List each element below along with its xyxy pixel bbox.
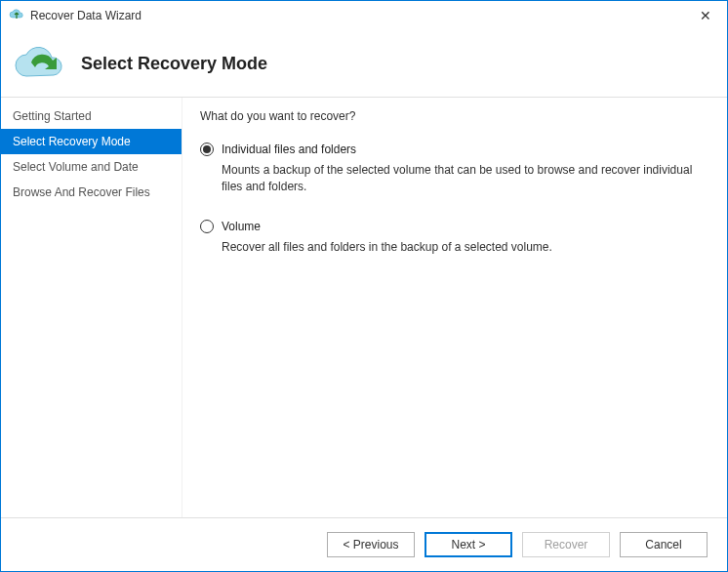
sidebar-item-select-recovery-mode[interactable]: Select Recovery Mode: [1, 129, 182, 154]
sidebar: Getting Started Select Recovery Mode Sel…: [1, 98, 182, 517]
app-icon: [9, 8, 24, 23]
button-label: < Previous: [343, 538, 398, 552]
option-label: Volume: [222, 220, 261, 233]
radio-unselected-icon[interactable]: [200, 220, 214, 233]
footer: < Previous Next > Recover Cancel: [1, 517, 727, 571]
sidebar-item-label: Select Volume and Date: [13, 160, 139, 174]
sidebar-item-label: Select Recovery Mode: [13, 135, 131, 148]
next-button[interactable]: Next >: [425, 532, 512, 557]
sidebar-item-select-volume-date[interactable]: Select Volume and Date: [1, 154, 182, 180]
button-label: Next >: [451, 538, 485, 552]
option-row[interactable]: Volume: [200, 220, 708, 233]
button-label: Recover: [545, 538, 588, 552]
close-button[interactable]: ✕: [683, 1, 727, 30]
sidebar-item-browse-recover-files[interactable]: Browse And Recover Files: [1, 180, 182, 205]
header: Select Recovery Mode: [1, 30, 727, 98]
option-description: Recover all files and folders in the bac…: [222, 239, 708, 256]
window-title: Recover Data Wizard: [30, 9, 142, 22]
previous-button[interactable]: < Previous: [327, 532, 415, 557]
page-title: Select Recovery Mode: [81, 54, 267, 74]
button-label: Cancel: [645, 538, 681, 552]
body: Getting Started Select Recovery Mode Sel…: [1, 98, 727, 517]
content: What do you want to recover? Individual …: [182, 98, 727, 517]
close-icon: ✕: [700, 8, 711, 23]
content-question: What do you want to recover?: [200, 109, 708, 123]
option-description: Mounts a backup of the selected volume t…: [222, 162, 708, 196]
sidebar-item-getting-started[interactable]: Getting Started: [1, 103, 182, 129]
cancel-button[interactable]: Cancel: [620, 532, 708, 557]
cloud-recovery-icon: [11, 42, 69, 85]
option-individual-files: Individual files and folders Mounts a ba…: [200, 143, 708, 196]
option-volume: Volume Recover all files and folders in …: [200, 220, 708, 256]
sidebar-item-label: Browse And Recover Files: [13, 185, 150, 199]
option-label: Individual files and folders: [222, 143, 356, 156]
option-row[interactable]: Individual files and folders: [200, 143, 708, 156]
sidebar-item-label: Getting Started: [13, 109, 92, 123]
recover-button: Recover: [522, 532, 610, 557]
titlebar: Recover Data Wizard ✕: [1, 1, 727, 30]
wizard-window: Recover Data Wizard ✕ Select Recovery Mo…: [0, 0, 728, 572]
radio-selected-icon[interactable]: [200, 143, 214, 156]
